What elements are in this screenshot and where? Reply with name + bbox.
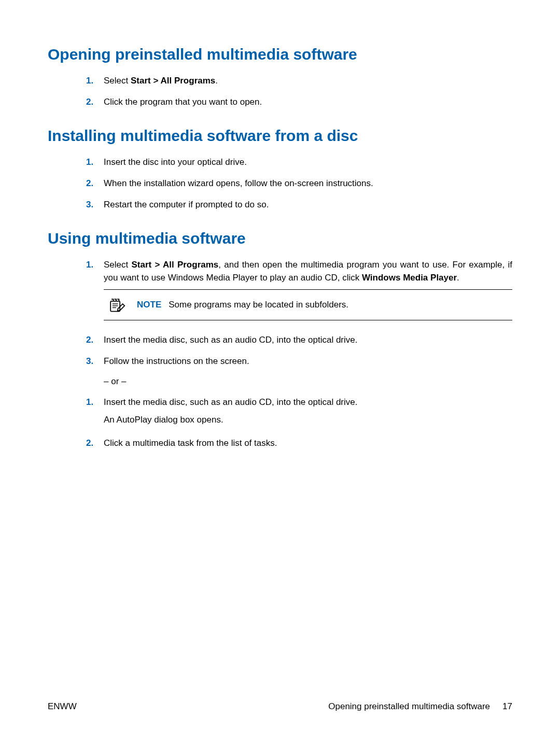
step-text: Select Start > All Programs. — [104, 75, 512, 88]
list-item: 2. Click a multimedia task from the list… — [86, 437, 512, 450]
step-number: 3. — [86, 199, 104, 212]
note-box: NOTE Some programs may be located in sub… — [104, 289, 512, 320]
document-page: Opening preinstalled multimedia software… — [0, 0, 560, 745]
step-text: Follow the instructions on the screen. — [104, 355, 512, 368]
list-using-multimedia-b: 1. Insert the media disc, such as an aud… — [48, 396, 512, 450]
step-number: 2. — [86, 96, 104, 109]
step-number: 2. — [86, 177, 104, 190]
note-label: NOTE — [137, 299, 161, 312]
step-text: Insert the disc into your optical drive. — [104, 156, 512, 169]
section-using-multimedia: Using multimedia software 1. Select Star… — [48, 230, 512, 449]
note-text: Some programs may be located in subfolde… — [169, 299, 348, 312]
heading-using-multimedia: Using multimedia software — [48, 230, 512, 247]
heading-opening-preinstalled: Opening preinstalled multimedia software — [48, 46, 512, 63]
list-item: 2. Insert the media disc, such as an aud… — [86, 334, 512, 347]
step-number: 2. — [86, 334, 104, 347]
step-text: Insert the media disc, such as an audio … — [104, 334, 512, 347]
section-opening-preinstalled: Opening preinstalled multimedia software… — [48, 46, 512, 108]
list-using-multimedia-a: 1. Select Start > All Programs, and then… — [48, 259, 512, 368]
step-number: 1. — [86, 396, 104, 409]
note-row: NOTE Some programs may be located in sub… — [104, 290, 512, 320]
heading-installing-from-disc: Installing multimedia software from a di… — [48, 127, 512, 145]
step-number: 1. — [86, 259, 104, 272]
footer-page-number: 17 — [502, 701, 512, 712]
step-text: Click the program that you want to open. — [104, 96, 512, 109]
list-item: 1. Select Start > All Programs. — [86, 75, 512, 88]
footer-left: ENWW — [48, 701, 77, 712]
list-installing-from-disc: 1. Insert the disc into your optical dri… — [48, 156, 512, 211]
divider — [104, 320, 512, 320]
note-icon — [106, 295, 127, 315]
list-item: 1. Insert the media disc, such as an aud… — [86, 396, 512, 429]
list-item: 1. Select Start > All Programs, and then… — [86, 259, 512, 326]
step-text: Click a multimedia task from the list of… — [104, 437, 512, 450]
step-text: Insert the media disc, such as an audio … — [104, 396, 512, 429]
footer-section-title: Opening preinstalled multimedia software — [328, 701, 490, 712]
step-number: 2. — [86, 437, 104, 450]
step-subtext: An AutoPlay dialog box opens. — [104, 414, 512, 427]
page-footer: ENWW Opening preinstalled multimedia sof… — [48, 701, 512, 712]
list-item: 2. When the installation wizard opens, f… — [86, 177, 512, 190]
list-item: 2. Click the program that you want to op… — [86, 96, 512, 109]
step-number: 1. — [86, 75, 104, 88]
step-text: When the installation wizard opens, foll… — [104, 177, 512, 190]
step-text: Select Start > All Programs, and then op… — [104, 259, 512, 326]
list-item: 1. Insert the disc into your optical dri… — [86, 156, 512, 169]
svg-rect-0 — [110, 301, 120, 312]
step-text: Restart the computer if prompted to do s… — [104, 199, 512, 212]
step-number: 1. — [86, 156, 104, 169]
step-number: 3. — [86, 355, 104, 368]
section-installing-from-disc: Installing multimedia software from a di… — [48, 127, 512, 211]
list-opening-preinstalled: 1. Select Start > All Programs. 2. Click… — [48, 75, 512, 108]
footer-right: Opening preinstalled multimedia software… — [328, 701, 512, 712]
or-separator: – or – — [48, 376, 512, 387]
list-item: 3. Follow the instructions on the screen… — [86, 355, 512, 368]
list-item: 3. Restart the computer if prompted to d… — [86, 199, 512, 212]
